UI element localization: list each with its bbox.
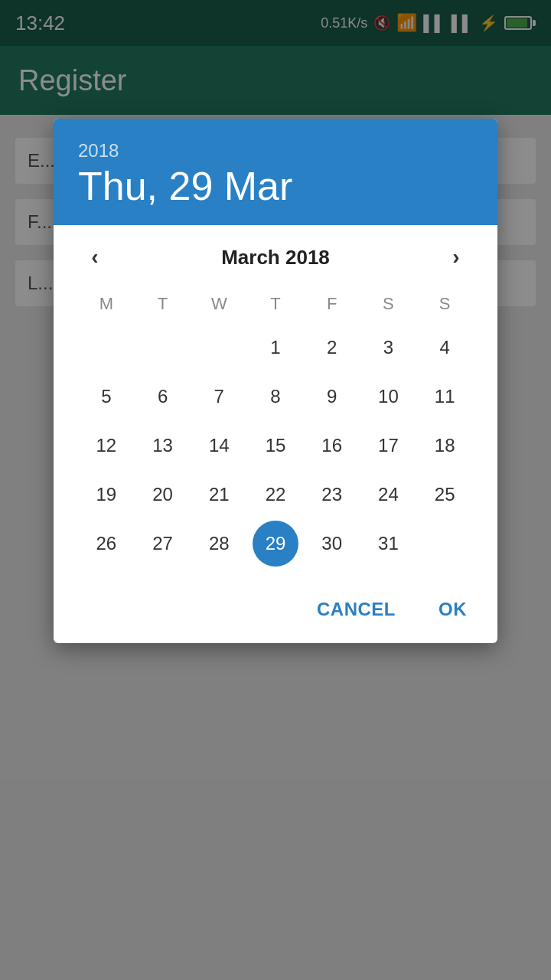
day-header-wed: W — [191, 289, 247, 318]
next-month-button[interactable]: › — [439, 240, 473, 274]
day-header-mon: M — [78, 289, 135, 318]
cal-day-22[interactable]: 22 — [253, 472, 298, 518]
cal-day-9[interactable]: 9 — [309, 374, 355, 420]
prev-month-button[interactable]: ‹ — [78, 240, 112, 274]
calendar-grid: 1 2 3 4 5 6 7 8 9 10 11 12 13 14 15 16 1… — [78, 325, 473, 567]
cal-day-10[interactable]: 10 — [365, 374, 411, 420]
cal-day-3[interactable]: 3 — [365, 325, 411, 371]
cal-day-27[interactable]: 27 — [140, 521, 186, 567]
cal-day-31[interactable]: 31 — [365, 521, 411, 567]
dialog-header: 2018 Thu, 29 Mar — [54, 119, 497, 225]
ok-button[interactable]: OK — [426, 591, 479, 628]
cal-day-16[interactable]: 16 — [309, 423, 355, 469]
day-header-thu: T — [247, 289, 304, 318]
month-label: March 2018 — [221, 246, 330, 270]
cal-day-18[interactable]: 18 — [422, 423, 468, 469]
cal-day-24[interactable]: 24 — [365, 472, 411, 518]
cal-day-2[interactable]: 2 — [309, 325, 355, 371]
day-header-fri: F — [304, 289, 360, 318]
cal-day-8[interactable]: 8 — [253, 374, 298, 420]
cal-day-13[interactable]: 13 — [140, 423, 186, 469]
cal-day-4[interactable]: 4 — [422, 325, 468, 371]
cal-day-15[interactable]: 15 — [253, 423, 298, 469]
dialog-buttons: CANCEL OK — [54, 585, 497, 643]
cal-day-28[interactable]: 28 — [196, 521, 242, 567]
cal-day-12[interactable]: 12 — [83, 423, 129, 469]
cal-day-21[interactable]: 21 — [196, 472, 242, 518]
cal-empty — [196, 325, 242, 371]
day-header-sat: S — [360, 289, 417, 318]
calendar-body: ‹ March 2018 › M T W T F S S 1 2 — [54, 225, 497, 585]
cal-day-23[interactable]: 23 — [309, 472, 355, 518]
day-headers: M T W T F S S — [78, 289, 473, 318]
cal-day-7[interactable]: 7 — [196, 374, 242, 420]
month-navigation: ‹ March 2018 › — [78, 240, 473, 274]
cal-day-20[interactable]: 20 — [140, 472, 186, 518]
cal-empty — [83, 325, 129, 371]
cal-day-26[interactable]: 26 — [83, 521, 129, 567]
day-header-tue: T — [135, 289, 191, 318]
date-picker-dialog: 2018 Thu, 29 Mar ‹ March 2018 › M T W T … — [54, 119, 497, 643]
cal-empty — [422, 521, 468, 567]
cal-day-1[interactable]: 1 — [253, 325, 298, 371]
cal-day-29[interactable]: 29 — [253, 521, 298, 567]
cal-day-14[interactable]: 14 — [196, 423, 242, 469]
cal-day-5[interactable]: 5 — [83, 374, 129, 420]
dialog-overlay: 2018 Thu, 29 Mar ‹ March 2018 › M T W T … — [0, 0, 551, 980]
day-header-sun: S — [416, 289, 473, 318]
cancel-button[interactable]: CANCEL — [305, 591, 408, 628]
cal-day-17[interactable]: 17 — [365, 423, 411, 469]
cal-day-30[interactable]: 30 — [309, 521, 355, 567]
dialog-selected-date: Thu, 29 Mar — [78, 165, 473, 208]
cal-day-11[interactable]: 11 — [422, 374, 468, 420]
cal-day-19[interactable]: 19 — [83, 472, 129, 518]
dialog-year: 2018 — [78, 140, 473, 162]
cal-day-6[interactable]: 6 — [140, 374, 186, 420]
cal-empty — [140, 325, 186, 371]
cal-day-25[interactable]: 25 — [422, 472, 468, 518]
